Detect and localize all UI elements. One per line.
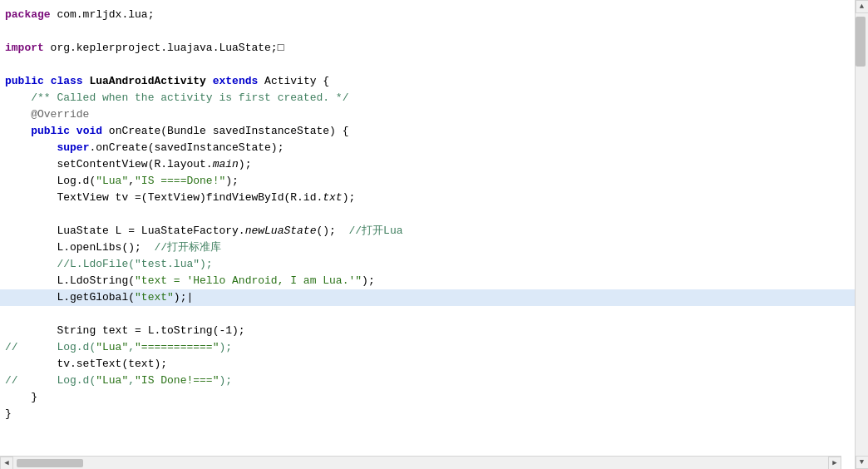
token: LuaState L = LuaStateFactory. bbox=[5, 225, 245, 237]
token: main bbox=[213, 158, 239, 170]
line-content: /** Called when the activity is first cr… bbox=[0, 90, 855, 106]
code-editor[interactable]: package com.mrljdx.lua; import org.keple… bbox=[0, 0, 855, 469]
token: "text = 'Hello Android, I am Lua.'" bbox=[135, 274, 362, 287]
scroll-right-arrow[interactable]: ▶ bbox=[828, 457, 841, 470]
token: //L.LdoFile("test.lua"); bbox=[57, 258, 212, 270]
token: ); bbox=[239, 158, 252, 170]
code-line: // Log.d("Lua","==========="); bbox=[0, 339, 855, 356]
token: "IS ====Done!" bbox=[135, 175, 225, 187]
code-line: //L.LdoFile("test.lua"); bbox=[0, 256, 855, 273]
line-content: // Log.d("Lua","==========="); bbox=[0, 339, 855, 356]
code-line: } bbox=[0, 406, 855, 422]
token: , bbox=[128, 175, 135, 187]
scroll-left-arrow[interactable]: ◀ bbox=[0, 457, 13, 470]
code-line: setContentView(R.layout.main); bbox=[0, 156, 855, 173]
line-content: // Log.d("Lua","IS Done!==="); bbox=[0, 373, 855, 389]
v-scrollbar-thumb[interactable] bbox=[856, 17, 866, 67]
token: ); bbox=[362, 274, 375, 287]
line-content: L.getGlobal("text");| bbox=[0, 289, 855, 306]
token: , bbox=[128, 374, 135, 387]
line-content: super.onCreate(savedInstanceState); bbox=[0, 140, 855, 156]
code-line: // Log.d("Lua","IS Done!==="); bbox=[0, 373, 855, 389]
token: super bbox=[57, 141, 89, 154]
token: Activity { bbox=[258, 75, 329, 87]
line-content: public class LuaAndroidActivity extends … bbox=[0, 73, 855, 90]
token bbox=[44, 75, 51, 87]
token: onCreate(Bundle savedInstanceState) { bbox=[102, 125, 348, 137]
line-content: setContentView(R.layout.main); bbox=[0, 156, 855, 173]
h-scrollbar-thumb[interactable] bbox=[17, 459, 83, 467]
token: extends bbox=[213, 75, 259, 87]
token: "Lua" bbox=[96, 374, 128, 387]
token: L.getGlobal( bbox=[5, 291, 135, 304]
token: import bbox=[5, 42, 44, 54]
code-line: public class LuaAndroidActivity extends … bbox=[0, 73, 855, 90]
token: setContentView(R.layout. bbox=[5, 158, 213, 170]
code-line: import org.keplerproject.luajava.LuaStat… bbox=[0, 40, 855, 57]
line-content bbox=[0, 23, 855, 40]
code-line: package com.mrljdx.lua; bbox=[0, 7, 855, 23]
token: com.mrljdx.lua; bbox=[51, 8, 155, 21]
token: );| bbox=[174, 291, 193, 304]
line-content: public void onCreate(Bundle savedInstanc… bbox=[0, 123, 855, 140]
line-content: tv.setText(text); bbox=[0, 356, 855, 373]
horizontal-scrollbar[interactable]: ◀ ▶ bbox=[0, 456, 841, 469]
line-content bbox=[0, 206, 855, 223]
code-line: } bbox=[0, 389, 855, 406]
token bbox=[70, 125, 76, 137]
token: } bbox=[5, 391, 37, 403]
line-content bbox=[0, 57, 855, 73]
code-line: tv.setText(text); bbox=[0, 356, 855, 373]
token: public bbox=[5, 75, 44, 87]
token: public bbox=[31, 125, 70, 137]
line-content: @Override bbox=[0, 106, 855, 123]
vertical-scrollbar[interactable]: ▲ ▼ bbox=[855, 0, 868, 469]
token: "Lua" bbox=[96, 175, 128, 187]
code-line bbox=[0, 206, 855, 223]
token: ); bbox=[219, 341, 232, 353]
code-line bbox=[0, 306, 855, 323]
token: newLuaState bbox=[245, 225, 317, 237]
token: LuaAndroidActivity bbox=[83, 75, 213, 87]
line-content: LuaState L = LuaStateFactory.newLuaState… bbox=[0, 223, 855, 239]
token: // Log.d( bbox=[5, 341, 96, 353]
token: ); bbox=[343, 191, 356, 204]
token: ); bbox=[225, 175, 239, 187]
code-line: L.LdoString("text = 'Hello Android, I am… bbox=[0, 273, 855, 289]
line-content bbox=[0, 306, 855, 323]
token: @Override bbox=[5, 108, 89, 121]
token: package bbox=[5, 8, 51, 21]
token: } bbox=[5, 407, 12, 420]
line-content: //L.LdoFile("test.lua"); bbox=[0, 256, 855, 273]
code-line: @Override bbox=[0, 106, 855, 123]
token: "Lua" bbox=[96, 341, 128, 353]
line-content: import org.keplerproject.luajava.LuaStat… bbox=[0, 40, 855, 57]
token: "===========" bbox=[135, 341, 219, 353]
token: String text = L.toString(-1); bbox=[5, 324, 245, 337]
line-content: Log.d("Lua","IS ====Done!"); bbox=[0, 173, 855, 190]
code-line: L.openLibs(); //打开标准库 bbox=[0, 239, 855, 256]
line-content: L.LdoString("text = 'Hello Android, I am… bbox=[0, 273, 855, 289]
line-content: package com.mrljdx.lua; bbox=[0, 7, 855, 23]
token bbox=[5, 258, 57, 270]
code-line: Log.d("Lua","IS ====Done!"); bbox=[0, 173, 855, 190]
token: class bbox=[51, 75, 83, 87]
token: "IS Done!===" bbox=[135, 374, 219, 387]
token: //打开标准库 bbox=[154, 241, 221, 254]
line-content: } bbox=[0, 389, 855, 406]
scroll-down-arrow[interactable]: ▼ bbox=[856, 456, 869, 469]
token: □ bbox=[278, 42, 284, 54]
token: "text" bbox=[135, 291, 174, 304]
token: TextView tv =(TextView)findViewById(R.id… bbox=[5, 191, 323, 204]
token: ); bbox=[219, 374, 232, 387]
token bbox=[5, 141, 57, 154]
token: (); bbox=[316, 225, 348, 237]
token: .onCreate(savedInstanceState); bbox=[89, 141, 284, 154]
code-line bbox=[0, 57, 855, 73]
code-line bbox=[0, 23, 855, 40]
scroll-up-arrow[interactable]: ▲ bbox=[856, 0, 869, 13]
code-line: String text = L.toString(-1); bbox=[0, 323, 855, 339]
token: // Log.d( bbox=[5, 374, 96, 387]
token: //打开Lua bbox=[349, 225, 403, 237]
code-line: L.getGlobal("text");| bbox=[0, 289, 855, 306]
